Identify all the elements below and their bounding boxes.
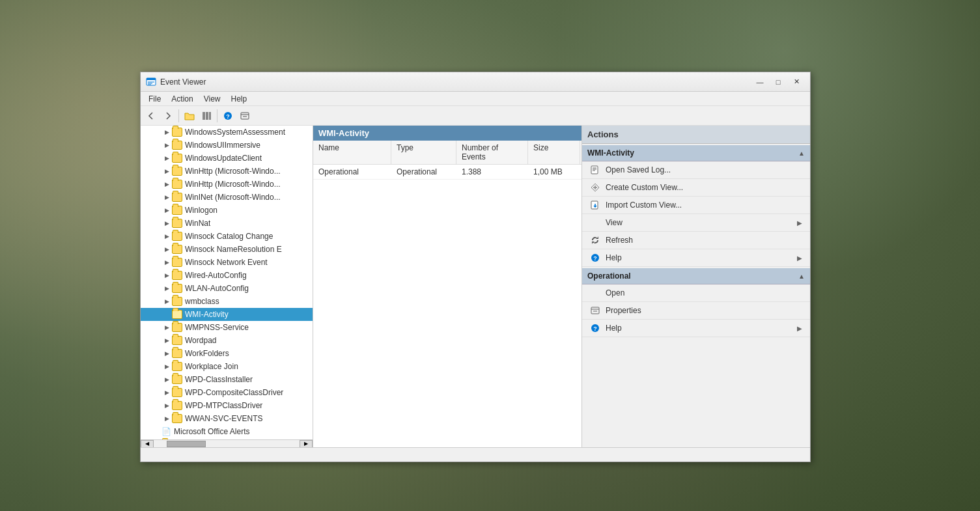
expand-icon[interactable]: ▶: [161, 387, 172, 398]
menu-help[interactable]: Help: [226, 93, 253, 105]
tree-item-windowsupdateclient[interactable]: ▶ WindowsUpdateClient: [141, 152, 313, 165]
expand-icon[interactable]: ▶: [161, 335, 172, 346]
action-help-operational[interactable]: ? Help ▶: [582, 320, 810, 337]
minimize-button[interactable]: —: [751, 76, 768, 89]
tree-item-winsocknameresolution[interactable]: ▶ Winsock NameResolution E: [141, 243, 313, 256]
svg-rect-7: [209, 112, 211, 120]
app-icon: [146, 77, 156, 87]
close-button[interactable]: ✕: [788, 76, 805, 89]
action-properties[interactable]: Properties: [582, 302, 810, 320]
col-header-size[interactable]: Size: [528, 141, 580, 164]
tree-item-wmi-activity[interactable]: WMI-Activity: [141, 308, 313, 321]
tree-item-windowsuiimmersive[interactable]: ▶ WindowsUIImmersive: [141, 139, 313, 152]
actions-section-wmi[interactable]: WMI-Activity ▲: [582, 145, 810, 161]
tree-label: WinHttp (Microsoft-Windo...: [185, 167, 281, 176]
expand-icon[interactable]: [161, 309, 172, 320]
tree-panel[interactable]: ▶ WindowsSystemAssessment ▶ WindowsUIImm…: [141, 126, 313, 447]
tree-item-workfolders[interactable]: ▶ WorkFolders: [141, 347, 313, 360]
submenu-arrow-help2: ▶: [797, 325, 802, 332]
expand-icon[interactable]: ▶: [161, 270, 172, 281]
action-import-custom-view[interactable]: Import Custom View...: [582, 197, 810, 214]
menu-action[interactable]: Action: [166, 93, 198, 105]
expand-icon[interactable]: ▶: [161, 257, 172, 268]
tree-item-wwansvc[interactable]: ▶ WWAN-SVC-EVENTS: [141, 412, 313, 425]
maximize-button[interactable]: □: [770, 76, 787, 89]
expand-icon[interactable]: ▶: [161, 127, 172, 137]
table-row-operational[interactable]: Operational Operational 1.388 1,00 MB: [313, 165, 581, 180]
tree-label: Workplace Join: [185, 362, 238, 371]
expand-icon[interactable]: ▶: [161, 283, 172, 294]
expand-icon[interactable]: ▶: [161, 244, 172, 255]
tree-item-wmpnss[interactable]: ▶ WMPNSS-Service: [141, 321, 313, 334]
columns-button[interactable]: [199, 108, 214, 124]
tree-item-wpdclassinstaller[interactable]: ▶ WPD-ClassInstaller: [141, 373, 313, 386]
expand-icon[interactable]: ▶: [161, 166, 172, 176]
tree-item-winhttp2[interactable]: ▶ WinHttp (Microsoft-Windo...: [141, 178, 313, 191]
tree-item-winlogon[interactable]: ▶ Winlogon: [141, 204, 313, 217]
scroll-left-btn[interactable]: ◀: [141, 440, 154, 448]
tree-item-wmbclass[interactable]: ▶ wmbclass: [141, 295, 313, 308]
expand-icon[interactable]: ▶: [161, 231, 172, 242]
expand-icon[interactable]: ▶: [161, 296, 172, 307]
tree-item-winsockcatalog[interactable]: ▶ Winsock Catalog Change: [141, 230, 313, 243]
expand-icon[interactable]: ▶: [161, 218, 172, 228]
tree-item-wpdcomposite[interactable]: ▶ WPD-CompositeClassDriver: [141, 386, 313, 399]
tree-item-wiredautoconfig[interactable]: ▶ Wired-AutoConfig: [141, 269, 313, 282]
tree-item-msoffice[interactable]: 📄 Microsoft Office Alerts: [141, 425, 313, 438]
folder-icon: [172, 180, 182, 189]
folder-button[interactable]: [182, 108, 197, 124]
col-type-label: Type: [397, 143, 413, 152]
forward-button[interactable]: [160, 108, 176, 124]
help-toolbar-button[interactable]: ?: [220, 108, 236, 124]
tree-item-wordpad[interactable]: ▶ Wordpad: [141, 334, 313, 347]
expand-icon[interactable]: ▶: [161, 374, 172, 385]
folder-icon: [172, 219, 182, 228]
action-label: View: [606, 218, 623, 227]
cell-size: 1,00 MB: [528, 165, 580, 179]
back-button[interactable]: [143, 108, 159, 124]
expand-icon[interactable]: ▶: [161, 400, 172, 411]
expand-icon[interactable]: ▶: [161, 153, 172, 163]
tree-item-winsocknetwork[interactable]: ▶ Winsock Network Event: [141, 256, 313, 269]
action-help-wmi[interactable]: ? Help ▶: [582, 249, 810, 267]
window-title: Event Viewer: [160, 77, 751, 87]
expand-icon[interactable]: ▶: [161, 413, 172, 424]
expand-icon[interactable]: ▶: [161, 192, 172, 202]
tree-item-windowssystemassessment[interactable]: ▶ WindowsSystemAssessment: [141, 126, 313, 139]
action-open[interactable]: Open: [582, 284, 810, 302]
expand-icon[interactable]: ▶: [161, 361, 172, 372]
col-header-name[interactable]: Name: [313, 141, 391, 164]
expand-icon[interactable]: ▶: [161, 205, 172, 215]
action-create-custom-view[interactable]: Create Custom View...: [582, 179, 810, 197]
tree-label: wmbclass: [185, 297, 219, 306]
menu-file[interactable]: File: [143, 93, 166, 105]
svg-rect-10: [241, 113, 249, 119]
expand-icon[interactable]: ▶: [161, 140, 172, 150]
properties-toolbar-button[interactable]: [237, 108, 253, 124]
actions-section-operational[interactable]: Operational ▲: [582, 268, 810, 284]
tree-item-winnat[interactable]: ▶ WinNat: [141, 217, 313, 230]
expand-icon[interactable]: ▶: [161, 322, 172, 333]
horiz-scroll-thumb[interactable]: [167, 441, 206, 447]
expand-icon[interactable]: ▶: [161, 179, 172, 189]
tree-item-wininet[interactable]: ▶ WinINet (Microsoft-Windo...: [141, 191, 313, 204]
tree-item-workplacejoin[interactable]: ▶ Workplace Join: [141, 360, 313, 373]
action-view[interactable]: View ▶: [582, 214, 810, 232]
horiz-scrollbar[interactable]: ◀ ▶: [141, 439, 313, 447]
tree-item-wpdmtp[interactable]: ▶ WPD-MTPClassDriver: [141, 399, 313, 412]
action-refresh[interactable]: Refresh: [582, 232, 810, 249]
tree-item-winhttp1[interactable]: ▶ WinHttp (Microsoft-Windo...: [141, 165, 313, 178]
tree-item-wlanautoconfig[interactable]: ▶ WLAN-AutoConfig: [141, 282, 313, 295]
col-header-events[interactable]: Number of Events: [456, 141, 528, 164]
col-header-type[interactable]: Type: [391, 141, 456, 164]
actions-header: Actions: [582, 126, 810, 144]
cell-name: Operational: [313, 165, 391, 179]
menu-view[interactable]: View: [199, 93, 226, 105]
tree-label: Wired-AutoConfig: [185, 271, 247, 280]
action-label: Help: [606, 324, 622, 333]
folder-icon: [172, 167, 182, 176]
action-open-saved-log[interactable]: Open Saved Log...: [582, 161, 810, 179]
expand-icon[interactable]: ▶: [161, 348, 172, 359]
tree-label: WinHttp (Microsoft-Windo...: [185, 180, 281, 189]
scroll-right-btn[interactable]: ▶: [300, 440, 313, 448]
